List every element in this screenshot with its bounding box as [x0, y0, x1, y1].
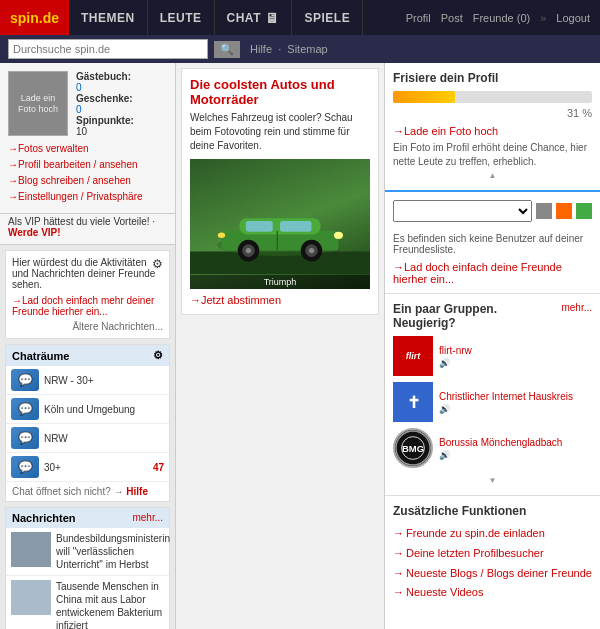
- chatrooms-settings-icon[interactable]: ⚙: [153, 349, 163, 362]
- featured-caption: Triumph: [190, 275, 370, 289]
- upload-photo-link[interactable]: →Lade ein Foto hoch: [393, 125, 498, 137]
- group-logo: BMG: [393, 428, 433, 468]
- gaestebuch-link[interactable]: 0: [76, 82, 82, 93]
- chatrooms-box: Chaträume ⚙ NRW - 30+ Köln und Umgebung …: [5, 344, 170, 502]
- group-item[interactable]: ✝ Christlicher Internet Hauskreis 🔊: [393, 382, 592, 422]
- friends-view-icons: [536, 203, 592, 219]
- chatroom-item[interactable]: 30+ 47: [6, 453, 169, 482]
- large-view-icon[interactable]: [576, 203, 592, 219]
- progress-label: 31 %: [393, 107, 592, 119]
- news-item[interactable]: Tausende Menschen in China mit aus Labor…: [6, 576, 169, 629]
- featured-vote-link[interactable]: →Jetzt abstimmen: [190, 294, 370, 306]
- settings-icon[interactable]: ⚙: [152, 257, 163, 271]
- chatroom-item[interactable]: NRW - 30+: [6, 366, 169, 395]
- additional-box: Zusätzliche Funktionen Freunde zu spin.d…: [385, 496, 600, 611]
- nav-freunde-link[interactable]: Freunde (0): [473, 12, 530, 24]
- center-column: Die coolsten Autos und Motorräder Welche…: [175, 63, 385, 629]
- group-logo: ✝: [393, 382, 433, 422]
- blog-link[interactable]: →Blog schreiben / ansehen: [8, 173, 167, 189]
- svg-point-12: [334, 232, 343, 239]
- groups-box: Ein paar Gruppen. Neugierig? mehr... fli…: [385, 294, 600, 496]
- group-item[interactable]: BMG Borussia Mönchengladbach 🔊: [393, 428, 592, 468]
- group-icon: 🔊: [439, 450, 450, 460]
- right-column: Frisiere dein Profil 31 % →Lade ein Foto…: [385, 63, 600, 629]
- groups-header: Ein paar Gruppen. Neugierig? mehr...: [393, 302, 592, 330]
- search-input[interactable]: [8, 39, 208, 59]
- nav-chat[interactable]: CHAT 🖥: [215, 0, 293, 35]
- invite-friends-link[interactable]: →Lad doch einfach mehr deiner Freunde hi…: [12, 295, 154, 317]
- search-bar-links: Hilfe · Sitemap: [250, 43, 328, 55]
- videos-link[interactable]: Neueste Videos: [393, 583, 592, 603]
- vip-bar: Als VIP hättest du viele Vorteile! · Wer…: [0, 214, 175, 245]
- profile-info: Gästebuch: 0 Geschenke: 0 Spinpunkte: 10: [76, 71, 134, 137]
- nav-right-links: Profil Post Freunde (0) » Logout: [406, 12, 600, 24]
- friends-empty-text: Es befinden sich keine Benutzer auf dein…: [393, 233, 592, 255]
- chatrooms-header: Chaträume ⚙: [6, 345, 169, 366]
- chatroom-item[interactable]: NRW: [6, 424, 169, 453]
- nav-logout-link[interactable]: Logout: [556, 12, 590, 24]
- nav-post-link[interactable]: Post: [441, 12, 463, 24]
- frisier-desc: Ein Foto im Profil erhöht deine Chance, …: [393, 141, 592, 169]
- frisier-title: Frisiere dein Profil: [393, 71, 592, 85]
- chatroom-icon: [11, 369, 39, 391]
- chatrooms-hilfe-link[interactable]: Hilfe: [126, 486, 148, 497]
- grid-view-icon[interactable]: [556, 203, 572, 219]
- vip-link[interactable]: Werde VIP!: [8, 227, 61, 238]
- fotos-link[interactable]: →Fotos verwalten: [8, 141, 167, 157]
- profile-links: →Fotos verwalten →Profil bearbeiten / an…: [8, 141, 167, 205]
- progress-bar: [393, 91, 592, 103]
- groups-title: Ein paar Gruppen. Neugierig?: [393, 302, 561, 330]
- nachrichten-box: Nachrichten mehr... Bundesbildungsminist…: [5, 507, 170, 629]
- nav-spiele[interactable]: SPIELE: [292, 0, 363, 35]
- additional-title: Zusätzliche Funktionen: [393, 504, 592, 518]
- chatroom-item[interactable]: Köln und Umgebung: [6, 395, 169, 424]
- friends-box: Es befinden sich keine Benutzer auf dein…: [385, 192, 600, 294]
- logo[interactable]: spin.de: [0, 0, 69, 35]
- svg-rect-5: [280, 221, 312, 232]
- scroll-up-icon[interactable]: ▲: [393, 169, 592, 182]
- friends-select[interactable]: [393, 200, 532, 222]
- older-messages-link[interactable]: Ältere Nachrichten...: [72, 321, 163, 332]
- nachrichten-more-link[interactable]: mehr...: [132, 512, 163, 524]
- sitemap-link[interactable]: Sitemap: [287, 43, 327, 55]
- profile-visitors-link[interactable]: Deine letzten Profilbesucher: [393, 544, 592, 564]
- profil-bearbeiten-link[interactable]: →Profil bearbeiten / ansehen: [8, 157, 167, 173]
- nav-leute[interactable]: LEUTE: [148, 0, 215, 35]
- left-column: Lade ein Foto hoch Gästebuch: 0 Geschenk…: [0, 63, 175, 629]
- main-area: Lade ein Foto hoch Gästebuch: 0 Geschenk…: [0, 63, 600, 629]
- list-view-icon[interactable]: [536, 203, 552, 219]
- featured-title: Die coolsten Autos und Motorräder: [190, 77, 370, 107]
- news-thumbnail: [11, 532, 51, 567]
- invite-link[interactable]: Freunde zu spin.de einladen: [393, 524, 592, 544]
- nachrichten-header: Nachrichten mehr...: [6, 508, 169, 528]
- geschenke-link[interactable]: 0: [76, 104, 82, 115]
- svg-point-8: [246, 248, 251, 253]
- search-bar: 🔍 Hilfe · Sitemap: [0, 35, 600, 63]
- scroll-down-icon[interactable]: ▼: [393, 474, 592, 487]
- top-navigation: spin.de THEMEN LEUTE CHAT 🖥 SPIELE Profi…: [0, 0, 600, 35]
- groups-more-link[interactable]: mehr...: [561, 302, 592, 330]
- svg-point-11: [309, 248, 314, 253]
- einstellungen-link[interactable]: →Einstellungen / Privatsphäre: [8, 189, 167, 205]
- featured-box: Die coolsten Autos und Motorräder Welche…: [181, 68, 379, 315]
- hilfe-link[interactable]: Hilfe: [250, 43, 272, 55]
- chatroom-icon: [11, 398, 39, 420]
- invite-friends-link[interactable]: →Lad doch einfach deine Freunde hierher …: [393, 261, 592, 285]
- blogs-link[interactable]: Neueste Blogs / Blogs deiner Freunde: [393, 564, 592, 584]
- search-button[interactable]: 🔍: [214, 41, 240, 58]
- chatroom-icon: [11, 427, 39, 449]
- chatrooms-footer: Chat öffnet sich nicht? → Hilfe: [6, 482, 169, 501]
- nav-themen[interactable]: THEMEN: [69, 0, 148, 35]
- news-item[interactable]: Bundesbildungsministerin will "verlässli…: [6, 528, 169, 576]
- profile-box: Lade ein Foto hoch Gästebuch: 0 Geschenk…: [0, 63, 175, 214]
- news-thumbnail: [11, 580, 51, 615]
- group-item[interactable]: flirt flirt-nrw 🔊: [393, 336, 592, 376]
- featured-image: Triumph: [190, 159, 370, 289]
- group-logo: flirt: [393, 336, 433, 376]
- svg-text:BMG: BMG: [402, 443, 424, 454]
- nav-profil-link[interactable]: Profil: [406, 12, 431, 24]
- progress-bar-fill: [393, 91, 455, 103]
- avatar[interactable]: Lade ein Foto hoch: [8, 71, 68, 136]
- frisier-box: Frisiere dein Profil 31 % →Lade ein Foto…: [385, 63, 600, 192]
- activity-box: ⚙ Hier würdest du die Aktivitäten und Na…: [5, 250, 170, 339]
